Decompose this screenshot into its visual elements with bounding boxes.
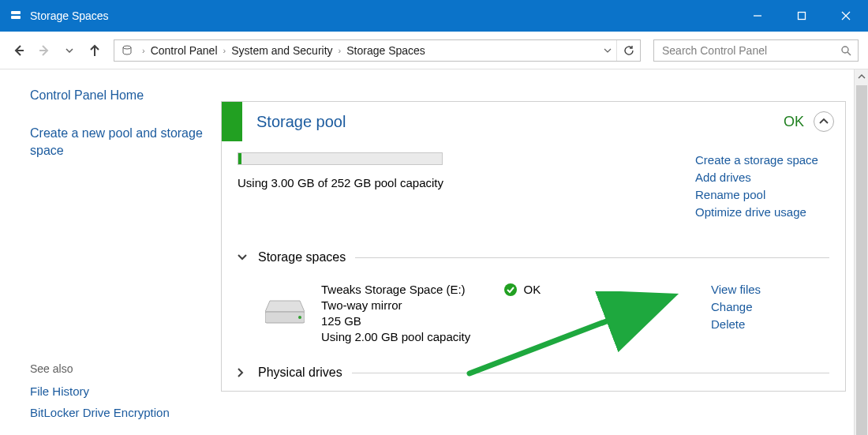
refresh-button[interactable] <box>616 40 640 61</box>
section-divider <box>355 257 829 258</box>
change-space-link[interactable]: Change <box>711 299 829 315</box>
space-status-text: OK <box>524 282 541 298</box>
titlebar: Storage Spaces <box>0 0 868 32</box>
optimize-drive-usage-link[interactable]: Optimize drive usage <box>695 204 829 220</box>
space-actions: View files Change Delete <box>695 282 829 345</box>
svg-rect-0 <box>11 11 21 14</box>
chevron-right-icon <box>238 368 250 377</box>
breadcrumb-sep-icon: › <box>221 46 229 55</box>
sidebar-create-pool-link[interactable]: Create a new pool and storage space <box>30 125 205 159</box>
pool-title: Storage pool <box>256 113 784 131</box>
minimize-button[interactable] <box>735 0 780 32</box>
nav-back-button[interactable] <box>9 41 28 60</box>
main: Storage pool OK Using 3.00 GB of 252 GB … <box>221 69 868 435</box>
pool-usage-bar <box>238 152 443 165</box>
close-button[interactable] <box>824 0 868 32</box>
breadcrumb-sep-icon: › <box>336 46 344 55</box>
sidebar-home-link[interactable]: Control Panel Home <box>30 88 205 103</box>
svg-rect-3 <box>799 13 806 20</box>
breadcrumb-item[interactable]: Control Panel <box>148 44 221 57</box>
storage-spaces-label: Storage spaces <box>258 250 346 264</box>
panel-body: Using 3.00 GB of 252 GB pool capacity Cr… <box>222 141 845 391</box>
nav-recent-dropdown[interactable] <box>60 41 79 60</box>
chevron-down-icon <box>238 254 250 261</box>
svg-point-9 <box>123 46 131 49</box>
maximize-button[interactable] <box>780 0 824 32</box>
physical-drives-section-header[interactable]: Physical drives <box>238 366 829 380</box>
drive-icon <box>261 299 309 345</box>
svg-point-14 <box>298 316 301 319</box>
add-drives-link[interactable]: Add drives <box>695 170 829 186</box>
delete-space-link[interactable]: Delete <box>711 317 829 332</box>
storage-spaces-icon <box>9 9 22 22</box>
address-bar[interactable]: › Control Panel › System and Security › … <box>114 39 641 62</box>
svg-point-10 <box>842 47 848 53</box>
address-history-dropdown[interactable] <box>599 48 616 53</box>
status-ok-icon <box>503 283 518 297</box>
pool-status-text: OK <box>784 114 804 130</box>
content-area: Control Panel Home Create a new pool and… <box>0 69 868 435</box>
space-usage: Using 2.00 GB pool capacity <box>321 329 695 345</box>
section-divider <box>352 373 829 373</box>
storage-space-item: Tweaks Storage Space (E:) OK Two-way mir… <box>238 282 829 345</box>
pool-usage-text: Using 3.00 GB of 252 GB pool capacity <box>238 176 695 189</box>
nav-forward-button[interactable] <box>35 41 54 60</box>
search-input[interactable] <box>660 43 840 58</box>
pool-usage-fill <box>238 153 241 164</box>
nav-up-button[interactable] <box>85 41 104 60</box>
svg-marker-12 <box>265 301 305 312</box>
svg-line-11 <box>847 52 851 55</box>
pool-actions: Create a storage space Add drives Rename… <box>695 152 829 220</box>
space-mode: Two-way mirror <box>321 298 695 313</box>
scroll-up-arrow-icon[interactable] <box>855 69 868 84</box>
svg-point-15 <box>504 283 517 296</box>
sidebar-see-also-label: See also <box>30 362 205 375</box>
pool-status-stripe <box>222 102 242 141</box>
breadcrumb-item[interactable]: Storage Spaces <box>343 44 428 57</box>
window-title: Storage Spaces <box>30 9 735 22</box>
navbar: › Control Panel › System and Security › … <box>0 32 868 69</box>
drive-stack-icon <box>114 44 140 57</box>
search-icon[interactable] <box>840 45 851 56</box>
space-size: 125 GB <box>321 313 695 329</box>
create-space-link[interactable]: Create a storage space <box>695 152 829 168</box>
collapse-pool-button[interactable] <box>814 111 834 132</box>
sidebar: Control Panel Home Create a new pool and… <box>0 69 221 435</box>
vertical-scrollbar[interactable] <box>854 69 868 435</box>
breadcrumb-item[interactable]: System and Security <box>228 44 335 57</box>
rename-pool-link[interactable]: Rename pool <box>695 187 829 203</box>
storage-pool-panel: Storage pool OK Using 3.00 GB of 252 GB … <box>221 101 846 392</box>
search-box[interactable] <box>653 39 859 62</box>
physical-drives-label: Physical drives <box>258 366 342 380</box>
view-files-link[interactable]: View files <box>711 282 829 298</box>
breadcrumb-sep-icon: › <box>140 46 148 55</box>
sidebar-bitlocker-link[interactable]: BitLocker Drive Encryption <box>30 406 205 419</box>
storage-spaces-section-header[interactable]: Storage spaces <box>238 250 829 264</box>
sidebar-file-history-link[interactable]: File History <box>30 384 205 398</box>
scrollbar-thumb[interactable] <box>856 85 867 435</box>
space-name: Tweaks Storage Space (E:) <box>321 282 466 298</box>
svg-rect-1 <box>11 16 21 19</box>
panel-header: Storage pool OK <box>222 102 845 141</box>
